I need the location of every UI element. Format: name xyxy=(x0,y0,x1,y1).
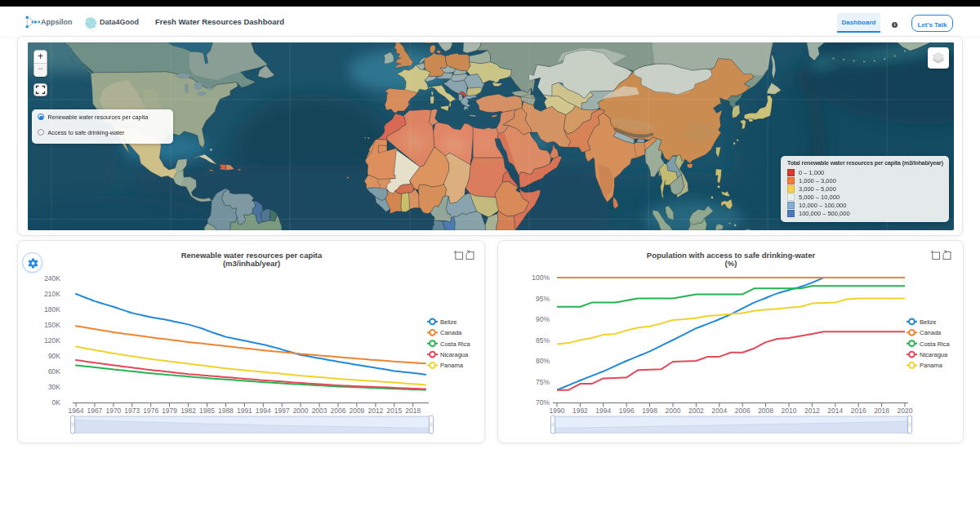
svg-text:240K: 240K xyxy=(44,274,60,282)
svg-text:1996: 1996 xyxy=(619,407,635,415)
svg-text:Panama: Panama xyxy=(920,362,943,369)
svg-text:120K: 120K xyxy=(44,336,60,345)
svg-text:2010: 2010 xyxy=(782,407,797,415)
svg-text:Costa Rica: Costa Rica xyxy=(440,340,471,348)
svg-text:85%: 85% xyxy=(536,336,550,345)
svg-text:1979: 1979 xyxy=(162,407,177,415)
svg-text:Panama: Panama xyxy=(440,362,464,369)
svg-text:Belize: Belize xyxy=(440,318,457,326)
svg-text:1973: 1973 xyxy=(124,407,140,415)
svg-text:2000: 2000 xyxy=(666,407,681,415)
svg-text:2012: 2012 xyxy=(368,407,383,415)
svg-text:2000: 2000 xyxy=(293,407,309,415)
svg-text:1998: 1998 xyxy=(642,407,657,415)
svg-text:90%: 90% xyxy=(536,315,550,323)
svg-text:1982: 1982 xyxy=(180,407,196,415)
svg-text:210K: 210K xyxy=(44,290,60,298)
svg-text:1988: 1988 xyxy=(218,407,234,415)
svg-text:1992: 1992 xyxy=(572,407,588,415)
svg-text:60K: 60K xyxy=(48,367,60,376)
svg-text:2009: 2009 xyxy=(349,407,364,415)
svg-text:1964: 1964 xyxy=(69,407,84,415)
svg-text:Belize: Belize xyxy=(920,318,936,326)
svg-text:Costa Rica: Costa Rica xyxy=(920,340,951,348)
svg-text:(%): (%) xyxy=(725,259,737,268)
svg-text:1967: 1967 xyxy=(87,407,102,415)
svg-text:90K: 90K xyxy=(48,352,60,360)
svg-text:Nicaragua: Nicaragua xyxy=(440,351,469,358)
svg-text:180K: 180K xyxy=(44,305,60,314)
svg-text:1970: 1970 xyxy=(105,407,121,415)
svg-text:75%: 75% xyxy=(536,378,550,386)
svg-text:2004: 2004 xyxy=(711,407,727,415)
svg-text:0K: 0K xyxy=(52,398,61,407)
svg-text:1994: 1994 xyxy=(595,407,611,415)
svg-text:2020: 2020 xyxy=(898,407,913,415)
svg-text:2002: 2002 xyxy=(688,407,704,415)
svg-text:100%: 100% xyxy=(532,274,550,282)
svg-text:Renewable water resources per: Renewable water resources per capita xyxy=(181,251,323,260)
svg-text:2018: 2018 xyxy=(874,407,889,415)
svg-text:2012: 2012 xyxy=(804,407,820,415)
svg-text:2003: 2003 xyxy=(312,407,327,415)
svg-text:1990: 1990 xyxy=(550,407,565,415)
svg-text:1997: 1997 xyxy=(274,407,290,415)
svg-text:1991: 1991 xyxy=(237,407,252,415)
svg-text:2015: 2015 xyxy=(386,407,402,415)
svg-text:1994: 1994 xyxy=(256,407,271,415)
svg-text:80%: 80% xyxy=(536,357,550,365)
svg-text:1985: 1985 xyxy=(199,407,215,415)
svg-text:Canada: Canada xyxy=(440,329,462,336)
svg-text:Canada: Canada xyxy=(920,329,942,336)
svg-text:2016: 2016 xyxy=(851,407,866,415)
svg-text:95%: 95% xyxy=(536,295,550,303)
svg-text:Nicaragua: Nicaragua xyxy=(920,351,948,358)
svg-text:1976: 1976 xyxy=(143,407,158,415)
svg-text:(m3/inhab/year): (m3/inhab/year) xyxy=(223,259,280,268)
svg-text:2006: 2006 xyxy=(735,407,751,415)
svg-text:2008: 2008 xyxy=(758,407,773,415)
svg-text:70%: 70% xyxy=(536,398,550,407)
svg-text:Population with access to safe: Population with access to safe drinking-… xyxy=(647,251,816,260)
svg-text:2014: 2014 xyxy=(827,407,843,415)
svg-text:150K: 150K xyxy=(44,321,60,329)
svg-text:2006: 2006 xyxy=(331,407,346,415)
svg-text:2018: 2018 xyxy=(405,407,421,415)
svg-text:30K: 30K xyxy=(48,383,60,391)
